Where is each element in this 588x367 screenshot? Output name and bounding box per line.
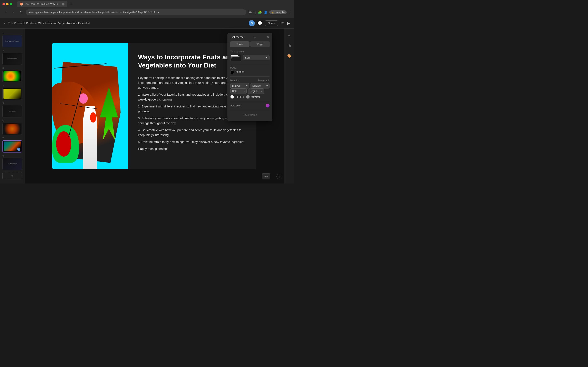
- heading-color-swatch[interactable]: [230, 95, 234, 99]
- slide-preview-3[interactable]: [2, 70, 22, 82]
- paragraph-weight-dropdown[interactable]: Regular ▾: [248, 89, 264, 94]
- slide-preview-7[interactable]: S: [2, 140, 22, 152]
- slide-preview-8[interactable]: EGAT YO YOFO: [2, 158, 22, 170]
- page-title: The Power of Produce: Why Fruits and Veg…: [8, 22, 249, 25]
- font-select-row: Diatype ▾ Diatype ▾: [230, 83, 269, 89]
- profile-icon[interactable]: 👤: [264, 10, 268, 14]
- more-options-button[interactable]: •••: [281, 21, 285, 25]
- slide-number-8: 8: [2, 155, 4, 157]
- browser-more-icon[interactable]: ⋮: [288, 10, 292, 14]
- help-button[interactable]: ?: [277, 174, 282, 179]
- heading-weight-dropdown[interactable]: Bold ▾: [230, 89, 247, 94]
- incognito-label: Incognito: [276, 11, 285, 13]
- slide-image-panel: [52, 43, 128, 169]
- dark-label: Dark: [245, 56, 250, 59]
- bookmark-icon[interactable]: ☆: [253, 10, 256, 14]
- browser-tab-active[interactable]: The Power of Produce: Why Fr... ✕: [17, 1, 67, 7]
- slide-canvas: Ways to Incorporate Fruits and Vegetable…: [52, 43, 256, 169]
- paragraph-weight-label: Regular: [250, 90, 258, 92]
- chevron-down-icon-4: ▾: [243, 90, 245, 92]
- slide-thumb-8[interactable]: 8 EGAT YO YOFO: [2, 155, 22, 170]
- paragraph-color-swatch[interactable]: [246, 95, 250, 99]
- tab-page[interactable]: Page: [250, 42, 270, 47]
- mini-body-bar: [231, 56, 240, 57]
- theme-tabs: Tome Page: [227, 42, 272, 49]
- refresh-button[interactable]: ↻: [18, 9, 24, 15]
- extension-icon[interactable]: 🧩: [258, 10, 262, 14]
- paragraph-label: Paragraph: [258, 79, 269, 82]
- panel-divider-2: [230, 76, 269, 77]
- auto-color-toggle[interactable]: [266, 104, 269, 108]
- app-header: ‹ The Power of Produce: Why Fruits and V…: [0, 18, 294, 29]
- paragraph-font-dropdown[interactable]: Diatype ▾: [251, 83, 269, 89]
- play-button[interactable]: ▶: [287, 21, 290, 26]
- paragraph-color-row: 959595: [246, 95, 260, 99]
- mini-title-bar: [231, 55, 238, 56]
- browser-top-bar: The Power of Produce: Why Fr... ✕ +: [0, 0, 294, 8]
- slide-preview-2[interactable]: Nutritional Benefits: [2, 53, 22, 65]
- heading-label: Heading: [230, 79, 240, 82]
- theme-panel-close-button[interactable]: ✕: [267, 35, 269, 39]
- add-slide-button[interactable]: +: [2, 172, 22, 179]
- theme-panel-body: Tome theme TitleBody Dark ▾: [227, 49, 272, 121]
- chevron-down-icon-2: ▾: [246, 84, 247, 87]
- slide-item-4: 4. Get creative with how you prepare and…: [138, 128, 246, 137]
- theme-mini-preview: TitleBody: [230, 54, 241, 61]
- slide-thumb-7[interactable]: 7 S: [2, 137, 22, 152]
- dark-theme-dropdown[interactable]: Dark ▾: [243, 55, 269, 60]
- avatar[interactable]: S: [249, 20, 255, 26]
- slide-thumb-1[interactable]: 1 The Power of Produce: [2, 32, 22, 47]
- slide-preview-1[interactable]: The Power of Produce: [2, 35, 22, 47]
- slide-thumb-2[interactable]: 2 Nutritional Benefits: [2, 49, 22, 65]
- share-button[interactable]: Share: [265, 20, 278, 26]
- add-bottom-button[interactable]: ✦+: [262, 173, 270, 179]
- page-color-swatch[interactable]: [230, 70, 234, 74]
- tome-theme-label: Tome theme: [230, 50, 269, 53]
- right-toolbar: + ◎ 🎨: [284, 29, 294, 184]
- auto-color-label: Auto color: [230, 104, 241, 107]
- add-block-button[interactable]: +: [286, 32, 293, 39]
- tab-favicon: [20, 3, 23, 6]
- theme-panel: Set theme ⠿ ✕ Tome Page Tome theme Title…: [227, 33, 272, 121]
- chat-button[interactable]: 💬: [257, 21, 262, 26]
- main-layout: 1 The Power of Produce 2 Nutritional Ben…: [0, 29, 294, 184]
- slide-thumb-3[interactable]: 3: [2, 67, 22, 82]
- address-bar[interactable]: [26, 9, 246, 15]
- page-section: Page 000000: [230, 66, 269, 74]
- chevron-down-icon-3: ▾: [267, 84, 268, 87]
- minimize-window-button[interactable]: [6, 3, 9, 5]
- maximize-window-button[interactable]: [10, 3, 12, 5]
- slide-thumb-4[interactable]: 4: [2, 84, 22, 100]
- slide-number-4: 4: [2, 84, 4, 87]
- forward-button[interactable]: ›: [10, 9, 16, 15]
- content-area: Ways to Incorporate Fruits and Vegetable…: [25, 29, 284, 184]
- slide-preview-4[interactable]: [2, 88, 22, 100]
- tome-theme-section: Tome theme TitleBody Dark ▾: [230, 50, 269, 61]
- slide-thumb-6[interactable]: 6: [2, 119, 22, 135]
- auto-color-row: Auto color: [230, 104, 269, 108]
- heading-font-dropdown[interactable]: Diatype ▾: [230, 83, 249, 89]
- back-navigation-button[interactable]: ‹: [4, 21, 5, 25]
- slide-number-3: 3: [2, 67, 4, 69]
- tab-tome[interactable]: Tome: [230, 42, 250, 47]
- theme-preview-row: TitleBody Dark ▾: [230, 54, 269, 61]
- slide-number-6: 6: [2, 119, 4, 122]
- theme-panel-title: Set theme: [231, 35, 244, 39]
- palette-button[interactable]: 🎨: [286, 52, 293, 59]
- traffic-lights: [2, 3, 12, 5]
- slide-preview-6[interactable]: [2, 123, 22, 135]
- back-button[interactable]: ‹: [2, 9, 8, 15]
- heading-color-value: FFFFFF: [236, 95, 244, 98]
- art-image: [52, 43, 128, 169]
- new-tab-button[interactable]: +: [68, 1, 74, 7]
- slide-preview-5[interactable]: SCORABLE: [2, 105, 22, 117]
- slide-thumb-5[interactable]: 5 SCORABLE: [2, 102, 22, 117]
- page-color-row: 000000: [230, 70, 269, 74]
- tab-close-button[interactable]: ✕: [62, 3, 65, 6]
- slide-closing: Happy meal planning!: [138, 146, 246, 151]
- save-theme-button[interactable]: Save theme: [230, 111, 269, 118]
- target-button[interactable]: ◎: [286, 42, 293, 49]
- heading-weight-label: Bold: [232, 90, 237, 92]
- close-window-button[interactable]: [2, 3, 5, 5]
- palette-icon: 🎨: [287, 54, 291, 58]
